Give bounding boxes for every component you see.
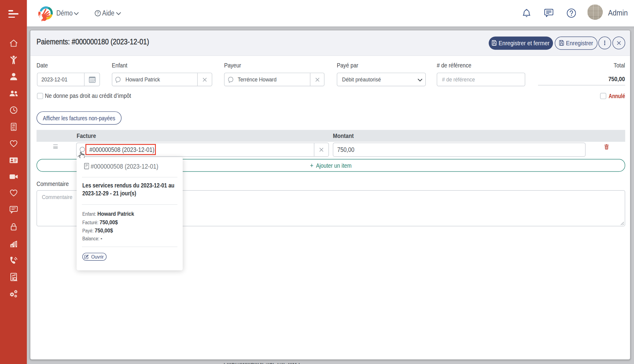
svg-text:?: ? [97,11,99,16]
